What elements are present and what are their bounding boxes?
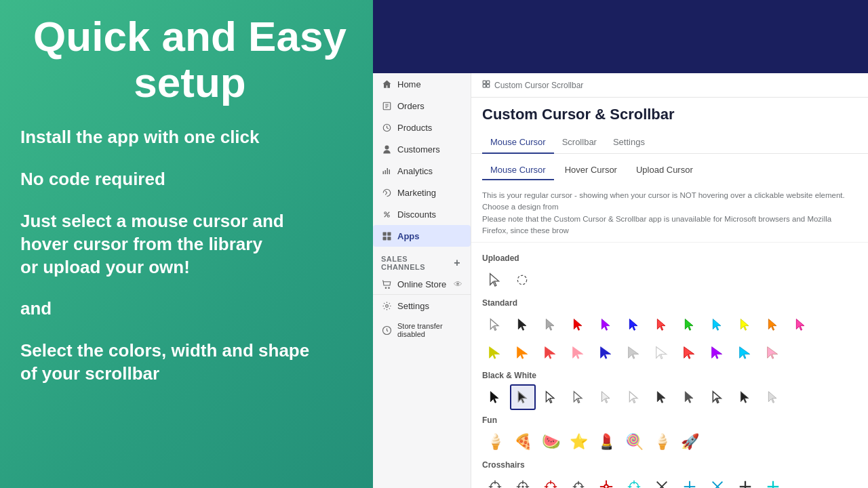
- svg-marker-45: [601, 392, 610, 403]
- cursor-item[interactable]: [566, 312, 591, 338]
- sub-tab-upload-cursor[interactable]: Upload Cursor: [628, 161, 701, 180]
- cursor-item[interactable]: [677, 474, 703, 488]
- cursor-item[interactable]: [593, 474, 619, 488]
- feature-4: and: [20, 298, 359, 321]
- tab-scrollbar[interactable]: Scrollbar: [554, 131, 605, 154]
- cursor-item[interactable]: [509, 267, 535, 293]
- cursor-item[interactable]: ⭐: [566, 429, 591, 455]
- cursor-item[interactable]: [788, 312, 814, 338]
- cursor-item[interactable]: [705, 312, 730, 338]
- section-label-bw: Black & White: [482, 371, 857, 380]
- cursor-item[interactable]: [760, 312, 786, 338]
- sub-tab-mouse-cursor[interactable]: Mouse Cursor: [482, 161, 554, 180]
- cursor-item[interactable]: [649, 474, 675, 488]
- svg-rect-5: [387, 232, 391, 235]
- cursor-item[interactable]: [593, 312, 619, 338]
- cursor-item[interactable]: [760, 474, 786, 488]
- cursor-item[interactable]: [566, 474, 591, 488]
- svg-marker-37: [684, 347, 694, 359]
- page-title-bar: Custom Cursor & Scrollbar: [471, 98, 868, 123]
- page-title: Custom Cursor & Scrollbar: [482, 106, 857, 123]
- cursor-item[interactable]: [621, 312, 647, 338]
- svg-marker-30: [490, 347, 500, 359]
- cursor-item[interactable]: [510, 340, 536, 365]
- cursor-item[interactable]: [732, 474, 758, 488]
- tab-settings[interactable]: Settings: [605, 131, 653, 154]
- sidebar-item-apps[interactable]: Apps: [373, 225, 471, 247]
- cursor-item[interactable]: [649, 312, 675, 338]
- add-sales-channel-button[interactable]: +: [452, 258, 463, 268]
- cursor-item[interactable]: 🍉: [538, 429, 564, 455]
- cursor-item[interactable]: [621, 340, 647, 365]
- cursor-item[interactable]: 🍕: [510, 429, 536, 455]
- cursor-item[interactable]: [621, 384, 647, 410]
- cursor-item[interactable]: [760, 340, 786, 365]
- cursor-item[interactable]: 🚀: [677, 429, 703, 455]
- cursor-item[interactable]: [593, 384, 619, 410]
- analytics-icon: [381, 165, 392, 176]
- settings-nav-item[interactable]: Settings: [373, 295, 471, 317]
- svg-marker-42: [518, 392, 526, 403]
- cursor-item[interactable]: [649, 340, 675, 365]
- sidebar-item-discounts[interactable]: Discounts: [373, 203, 471, 225]
- cursor-item[interactable]: [649, 384, 675, 410]
- sidebar-item-online-store[interactable]: Online Store 👁: [373, 274, 471, 294]
- sidebar-item-marketing[interactable]: Marketing: [373, 182, 471, 203]
- svg-marker-48: [685, 392, 693, 403]
- cursor-item[interactable]: [732, 312, 758, 338]
- sidebar-item-customers[interactable]: Customers: [373, 138, 471, 160]
- tab-mouse-cursor[interactable]: Mouse Cursor: [482, 131, 554, 154]
- shopify-content: Home Orders Products: [373, 73, 868, 488]
- sidebar-item-home[interactable]: Home: [373, 73, 471, 95]
- cursor-item[interactable]: [566, 384, 591, 410]
- svg-marker-43: [546, 392, 554, 403]
- svg-rect-14: [483, 85, 486, 87]
- cursor-item[interactable]: [677, 384, 703, 410]
- cursor-item[interactable]: [677, 340, 703, 365]
- store-transfer-item[interactable]: Store transfer disabled: [373, 317, 471, 344]
- cursor-item[interactable]: [482, 384, 508, 410]
- cursor-item[interactable]: [705, 384, 730, 410]
- svg-marker-36: [656, 347, 667, 359]
- cursor-item[interactable]: [705, 340, 730, 365]
- cursor-item[interactable]: [621, 474, 647, 488]
- cursor-item[interactable]: [538, 340, 564, 365]
- cursor-item[interactable]: [538, 384, 564, 410]
- cursor-item[interactable]: [566, 340, 591, 365]
- svg-marker-31: [517, 347, 528, 359]
- cursor-item[interactable]: [760, 384, 786, 410]
- cursor-item[interactable]: [510, 474, 536, 488]
- cursor-item[interactable]: [510, 312, 536, 338]
- sub-tab-hover-cursor[interactable]: Hover Cursor: [557, 161, 625, 180]
- sidebar-item-orders[interactable]: Orders: [373, 95, 471, 117]
- svg-marker-28: [768, 319, 776, 331]
- sidebar-item-products[interactable]: Products: [373, 117, 471, 138]
- hero-title: Quick and Easy setup: [20, 14, 359, 106]
- main-content-area: Custom Cursor Scrollbar Custom Cursor & …: [471, 73, 868, 488]
- cursor-item[interactable]: [593, 340, 619, 365]
- svg-marker-29: [796, 319, 804, 331]
- svg-rect-13: [487, 81, 490, 83]
- cursor-item[interactable]: 🍦: [649, 429, 675, 455]
- cursor-item[interactable]: [482, 267, 508, 293]
- cursor-item[interactable]: 🍭: [621, 429, 647, 455]
- settings-icon: [381, 300, 392, 311]
- cursor-item[interactable]: [538, 312, 564, 338]
- cursor-item[interactable]: [538, 474, 564, 488]
- cursor-item[interactable]: [732, 384, 758, 410]
- cursor-item[interactable]: [510, 384, 536, 410]
- cursor-item[interactable]: [482, 340, 508, 365]
- cursor-item[interactable]: [732, 340, 758, 365]
- cursor-item[interactable]: 🍦: [482, 429, 508, 455]
- cursor-item[interactable]: [482, 474, 508, 488]
- sidebar-item-analytics[interactable]: Analytics: [373, 160, 471, 182]
- cursor-gallery[interactable]: Uploaded Standard: [471, 243, 868, 488]
- cursor-item[interactable]: [677, 312, 703, 338]
- cursor-item[interactable]: [482, 312, 508, 338]
- cursor-item[interactable]: [705, 474, 730, 488]
- svg-marker-34: [601, 347, 611, 359]
- cursor-item[interactable]: 💄: [593, 429, 619, 455]
- svg-marker-24: [657, 319, 665, 331]
- sidebar-label-marketing: Marketing: [397, 188, 436, 198]
- svg-marker-22: [601, 319, 610, 331]
